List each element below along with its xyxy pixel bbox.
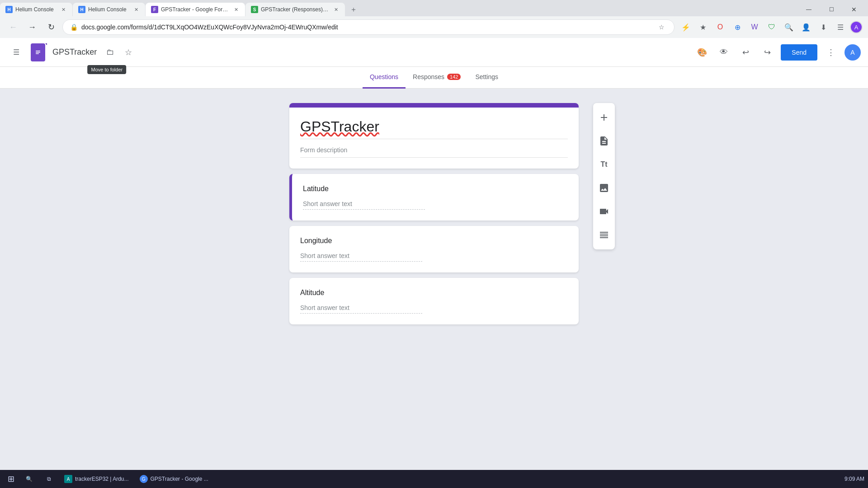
- back-button[interactable]: ←: [5, 19, 21, 35]
- question-label-altitude[interactable]: Altitude: [300, 289, 568, 297]
- palette-icon[interactable]: 🎨: [694, 44, 710, 61]
- add-question-button[interactable]: [593, 107, 615, 128]
- tab-settings[interactable]: Settings: [468, 67, 505, 89]
- tab-close-2[interactable]: ✕: [132, 6, 140, 13]
- address-text: docs.google.com/forms/d/1dCT9LXqOO4WzEuX…: [81, 23, 652, 31]
- preview-icon[interactable]: 👁: [716, 44, 732, 61]
- user-avatar[interactable]: A: [850, 21, 863, 33]
- wallet-icon[interactable]: W: [747, 19, 762, 35]
- short-answer-altitude: Short answer text: [300, 304, 568, 314]
- vpn-icon[interactable]: ⊕: [730, 19, 745, 35]
- taskbar-time: 9:09 AM: [844, 476, 864, 482]
- browser-chrome: H Helium Console ✕ H Helium Console ✕ F …: [0, 0, 868, 38]
- extensions-icon[interactable]: ⚡: [678, 19, 693, 35]
- hamburger-menu-icon[interactable]: ☰: [7, 43, 25, 61]
- settings-menu-icon[interactable]: ☰: [833, 19, 848, 35]
- import-questions-button[interactable]: [593, 130, 615, 152]
- tab-responses[interactable]: Responses 142: [406, 67, 468, 89]
- forward-button[interactable]: →: [24, 19, 40, 35]
- question-card-longitude: Longitude Short answer text: [289, 226, 579, 272]
- short-answer-line-longitude: [300, 261, 422, 262]
- short-answer-line-latitude: [303, 209, 425, 210]
- maximize-button[interactable]: ☐: [821, 3, 842, 16]
- close-window-button[interactable]: ✕: [844, 3, 864, 16]
- app-title: GPSTracker: [52, 47, 97, 57]
- main-content: GPSTracker Form description Latitude Sho…: [0, 89, 868, 486]
- taskbar-search-icon: 🔍: [24, 474, 33, 483]
- window-controls: — ☐ ✕: [798, 3, 868, 16]
- question-card-latitude: Latitude Short answer text: [289, 174, 579, 221]
- tab-helium-1[interactable]: H Helium Console ✕: [0, 3, 72, 16]
- svg-rect-1: [36, 51, 40, 52]
- start-button[interactable]: ⊞: [4, 472, 18, 486]
- tab-forms[interactable]: F GPSTracker - Google Forms ✕: [146, 3, 245, 16]
- form-description-input[interactable]: Form description: [300, 146, 568, 158]
- search-icon[interactable]: 🔍: [781, 19, 797, 35]
- send-button[interactable]: Send: [781, 44, 817, 61]
- form-title-input[interactable]: GPSTracker: [300, 118, 568, 139]
- address-bar: ← → ↻ 🔒 docs.google.com/forms/d/1dCT9LXq…: [0, 16, 868, 38]
- taskbar: ⊞ 🔍 ⧉ A trackerESP32 | Ardu... G GPSTrac…: [0, 470, 868, 488]
- tab-close-4[interactable]: ✕: [332, 6, 340, 13]
- response-count-badge: 142: [447, 74, 461, 80]
- move-to-folder-tooltip: Move to folder: [88, 65, 127, 74]
- add-video-button[interactable]: [593, 201, 615, 222]
- tab-favicon-1: H: [5, 6, 13, 13]
- tab-favicon-4: S: [251, 6, 258, 13]
- bookmark-icon[interactable]: ☆: [656, 22, 667, 33]
- google-account-avatar[interactable]: A: [844, 44, 861, 61]
- tab-bar: H Helium Console ✕ H Helium Console ✕ F …: [0, 0, 868, 16]
- add-section-button[interactable]: [593, 224, 615, 246]
- tab-title-3: GPSTracker - Google Forms: [161, 6, 230, 13]
- profile-icon[interactable]: 👤: [798, 19, 814, 35]
- form-tabs: Questions Responses 142 Settings: [0, 67, 868, 89]
- add-image-button[interactable]: [593, 177, 615, 199]
- bookmark-star-icon[interactable]: ★: [695, 19, 711, 35]
- tab-favicon-3: F: [151, 6, 158, 13]
- tab-title-4: GPSTracker (Responses) - Goog…: [261, 6, 330, 13]
- short-answer-longitude: Short answer text: [300, 252, 568, 262]
- taskbar-arduino[interactable]: A trackerESP32 | Ardu...: [60, 472, 133, 486]
- antivirus-icon[interactable]: 🛡: [764, 19, 779, 35]
- add-title-button[interactable]: Tt: [593, 154, 615, 175]
- taskbar-search[interactable]: 🔍: [20, 472, 38, 486]
- taskbar-arduino-icon: A: [64, 475, 72, 483]
- download-icon[interactable]: ⬇: [816, 19, 831, 35]
- address-icons: ☆: [656, 22, 667, 33]
- new-tab-button[interactable]: ＋: [347, 3, 360, 16]
- question-label-longitude[interactable]: Longitude: [300, 237, 568, 245]
- question-card-altitude: Altitude Short answer text: [289, 278, 579, 324]
- taskbar-taskview-icon: ⧉: [44, 474, 53, 483]
- short-answer-text-longitude: Short answer text: [300, 252, 568, 259]
- tab-title-1: Helium Console: [15, 6, 57, 13]
- taskbar-chrome-label: GPSTracker - Google ...: [151, 476, 208, 482]
- app-logo: [31, 43, 45, 61]
- tab-title-2: Helium Console: [88, 6, 130, 13]
- star-icon[interactable]: ☆: [120, 44, 137, 61]
- question-label-latitude[interactable]: Latitude: [303, 185, 568, 193]
- redo-icon[interactable]: ↪: [759, 44, 775, 61]
- tab-close-1[interactable]: ✕: [60, 6, 67, 13]
- taskbar-chrome[interactable]: G GPSTracker - Google ...: [135, 472, 213, 486]
- taskbar-taskview[interactable]: ⧉: [40, 472, 58, 486]
- undo-icon[interactable]: ↩: [737, 44, 754, 61]
- form-header-card: GPSTracker Form description: [289, 103, 579, 169]
- minimize-button[interactable]: —: [798, 3, 819, 16]
- taskbar-arduino-label: trackerESP32 | Ardu...: [75, 476, 129, 482]
- tab-sheets[interactable]: S GPSTracker (Responses) - Goog… ✕: [245, 3, 345, 16]
- secure-icon: 🔒: [70, 23, 78, 31]
- opera-icon[interactable]: O: [712, 19, 728, 35]
- address-input[interactable]: 🔒 docs.google.com/forms/d/1dCT9LXqOO4WzE…: [62, 19, 675, 35]
- taskbar-chrome-icon: G: [140, 475, 148, 483]
- sidebar-tools: Tt: [593, 103, 615, 249]
- more-options-icon[interactable]: ⋮: [823, 44, 839, 61]
- reload-button[interactable]: ↻: [43, 19, 59, 35]
- short-answer-text-altitude: Short answer text: [300, 304, 568, 311]
- folder-icon[interactable]: 🗀: [102, 44, 118, 61]
- app-actions: 🗀 Move to folder ☆: [102, 44, 137, 61]
- tab-close-3[interactable]: ✕: [232, 6, 240, 13]
- short-answer-latitude: Short answer text: [303, 200, 568, 210]
- form-container: GPSTracker Form description Latitude Sho…: [289, 103, 579, 472]
- tab-helium-2[interactable]: H Helium Console ✕: [73, 3, 145, 16]
- tab-questions[interactable]: Questions: [363, 67, 406, 89]
